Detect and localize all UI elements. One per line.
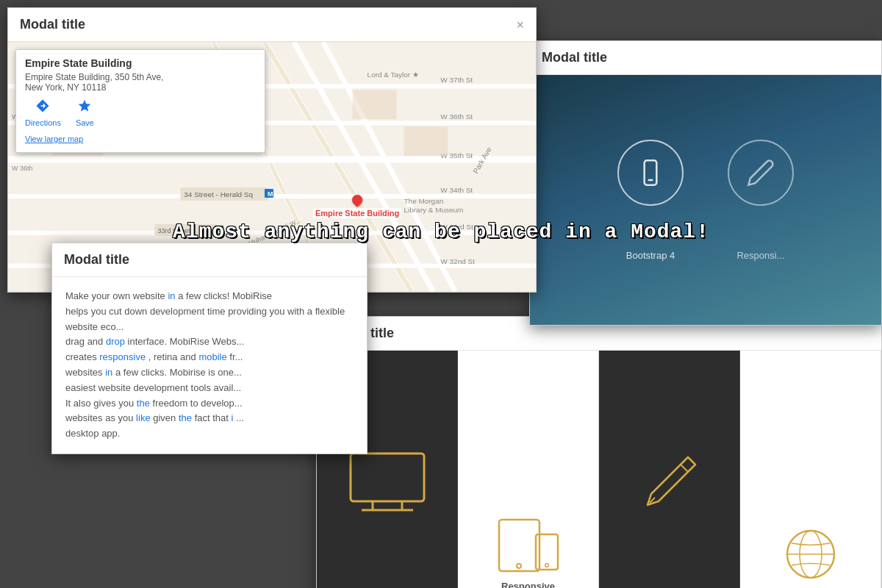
text-make: Make your own website [65,290,168,301]
svg-text:34 Street - Herald Sq: 34 Street - Herald Sq [184,190,253,198]
text-helps: helps you cut down development time [65,306,228,317]
svg-text:Lord & Taylor ★: Lord & Taylor ★ [368,71,419,79]
text-clicks: a few clicks! MobiRise [178,290,272,301]
svg-rect-43 [645,160,657,184]
modal-text-header: Modal title [52,243,367,277]
map-pin-dot [350,193,365,207]
map-pin: Empire State Building [313,195,401,218]
text-freedom: freedom to develop... [153,398,243,409]
svg-text:B: B [218,227,223,234]
popup-address: Empire State Building, 350 5th Ave,New Y… [25,72,256,93]
text-fr: fr... [229,351,243,362]
svg-rect-40 [353,90,397,119]
text-italso: It also gives you [65,398,137,409]
text-responsive-link[interactable]: responsive [99,351,146,362]
text-retina: , retina and [148,351,199,362]
svg-rect-45 [351,453,424,501]
responsive-label: Responsi... [736,250,784,261]
modal-image-header: Modal title [530,41,881,75]
popup-title: Empire State Building [25,57,256,69]
text-drop-link[interactable]: drop [106,336,125,347]
modal-cards-body: Responsive Great Bootstrap... Unlimite.. [317,351,881,588]
svg-point-50 [517,564,521,568]
modal-map-header: Modal title × [8,8,536,42]
svg-text:M: M [268,190,273,198]
text-websites2: websites as you [65,412,136,423]
text-the2-link[interactable]: the [179,412,192,423]
responsive-card-label: Responsive [501,581,555,588]
text-mobile-link[interactable]: mobile [198,351,226,362]
svg-text:W 36th St: W 36th St [440,112,473,121]
save-place-button[interactable]: Save [76,98,94,127]
card-pencil [599,351,740,588]
text-it-link[interactable]: i [232,412,234,423]
popup-actions: Directions Save [25,98,256,127]
map-pin-label: Empire State Building [313,208,401,218]
responsive-icon-circle [728,140,794,206]
globe-icon [781,525,840,584]
text-fewclicks2: a few clicks. Mobirise is one... [115,367,242,378]
text-drag: drag and [65,336,106,347]
svg-text:W 33rd St: W 33rd St [440,223,473,231]
pencil-icon [637,450,703,516]
svg-rect-41 [404,126,448,156]
text-desktop: desktop app. [65,428,120,439]
text-the-link[interactable]: the [137,398,150,409]
modal-image-title: Modal title [542,50,607,65]
map-info-popup: Empire State Building Empire State Build… [15,49,265,153]
text-in-link[interactable]: in [168,290,175,301]
svg-point-52 [545,564,548,567]
text-creates: creates [65,351,99,362]
modal-text-body: Make your own website in a few clicks! M… [52,277,367,453]
svg-text:W 37th St: W 37th St [440,76,473,84]
text-easiest: easiest website development tools avail.… [65,382,241,393]
svg-text:33rd Street: 33rd Street [157,227,190,234]
text-websites: websites [65,367,105,378]
svg-text:W 32nd St: W 32nd St [440,257,475,265]
save-label: Save [76,118,94,127]
modal-map-title: Modal title [20,17,85,32]
responsive-icon [495,516,562,575]
directions-label: Directions [25,118,61,127]
svg-text:W 36th: W 36th [12,165,32,172]
star-icon [77,98,92,117]
text-in2-link[interactable]: in [105,367,112,378]
modal-map-close-button[interactable]: × [516,18,524,32]
view-larger-map-link[interactable]: View larger map [25,135,83,143]
text-given: given [153,412,179,423]
monitor-icon [347,450,428,516]
text-like-link[interactable]: like [136,412,151,423]
modal-cards: Modal title Responsive Great Bootstrap. [316,316,882,588]
svg-text:Library & Museum: Library & Museum [404,206,463,214]
card-responsive: Responsive Great Bootstrap... [458,351,599,588]
text-interface: interface. MobiRise Webs... [128,336,245,347]
directions-icon [35,98,50,117]
directions-button[interactable]: Directions [25,98,61,127]
bootstrap4-label: Bootstrap 4 [626,250,675,261]
svg-text:The Morgan: The Morgan [404,197,443,205]
bootstrap-icon-circle [617,140,684,206]
modal-text: Modal title Make your own website in a f… [51,243,368,454]
card-globe: Unlimite... [740,351,881,588]
svg-line-54 [681,465,688,472]
modal-text-title: Modal title [64,252,129,268]
text-fact: fact that [195,412,232,423]
svg-text:W 34th St: W 34th St [440,186,473,194]
modal-image: Modal title Bootstrap 4 Responsi... [529,40,882,326]
modal-image-body: Bootstrap 4 Responsi... [530,75,881,325]
text-dots: ... [236,412,244,423]
